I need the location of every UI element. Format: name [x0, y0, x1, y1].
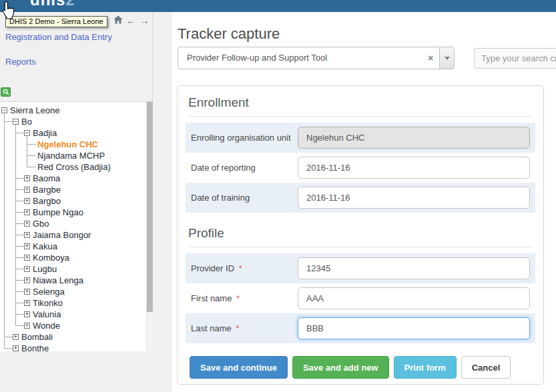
- tree-item: Red Cross (Badjia): [0, 161, 146, 173]
- section-title: Enrollment: [188, 95, 533, 110]
- logo-tooltip: DHIS 2 Demo - Sierra Leone: [5, 16, 107, 27]
- org-unit-search-button[interactable]: [1, 87, 11, 97]
- chevron-down-icon: [445, 57, 450, 60]
- date-of-training-input[interactable]: [298, 187, 530, 209]
- tree-item: +Tikonko: [0, 297, 146, 309]
- org-unit-bo[interactable]: Bo: [21, 117, 32, 127]
- expand-icon[interactable]: +: [24, 198, 30, 204]
- section-divider: [188, 247, 533, 247]
- expand-icon[interactable]: +: [24, 300, 30, 306]
- provider-id-input[interactable]: [298, 257, 530, 279]
- expand-icon[interactable]: +: [24, 232, 30, 238]
- expand-icon[interactable]: +: [24, 209, 30, 215]
- cancel-button[interactable]: Cancel: [461, 356, 511, 379]
- expand-icon[interactable]: +: [24, 187, 30, 193]
- expand-icon[interactable]: +: [24, 175, 30, 181]
- org-unit-selenga[interactable]: Selenga: [33, 287, 65, 297]
- expand-icon[interactable]: +: [24, 277, 30, 283]
- program-select: Provider Follow-up and Support Tool ×: [178, 47, 455, 69]
- required-asterisk: *: [236, 263, 242, 273]
- sidebar-link-reports[interactable]: Reports: [5, 57, 112, 67]
- expand-icon[interactable]: +: [24, 266, 30, 272]
- mouse-cursor-hand: [1, 1, 16, 23]
- expand-icon[interactable]: +: [24, 221, 30, 227]
- tree-connector: [27, 167, 36, 167]
- last-name-input[interactable]: [298, 317, 530, 339]
- expand-icon[interactable]: +: [13, 345, 19, 351]
- field-label: Provider ID *: [191, 263, 298, 273]
- form-row: Last name *: [186, 313, 535, 343]
- org-unit-bombali[interactable]: Bombali: [21, 332, 53, 342]
- tree-item: +Selenga: [0, 286, 146, 297]
- tree-item: Njandama MCHP: [0, 150, 146, 161]
- org-unit-bargbe[interactable]: Bargbe: [33, 185, 61, 195]
- expand-icon[interactable]: +: [24, 289, 30, 295]
- collapse-icon[interactable]: −: [1, 107, 7, 113]
- field-label: Last name *: [191, 323, 298, 333]
- tree-connector: [27, 144, 36, 145]
- org-unit-ngelehun-chc[interactable]: Ngelehun CHC: [37, 139, 98, 149]
- program-select-value[interactable]: Provider Follow-up and Support Tool: [178, 47, 422, 69]
- org-unit-sierra-leone[interactable]: Sierra Leone: [10, 105, 59, 115]
- dhis2-logo[interactable]: dhis2: [30, 0, 90, 12]
- tree-item: −Bo: [0, 116, 146, 127]
- form-row: Provider ID *: [186, 253, 535, 283]
- form-row: Date of training: [186, 183, 535, 213]
- tree-item: +Jaiama Bongor: [0, 229, 146, 241]
- form-row: Enrolling organisation unit: [186, 123, 535, 153]
- org-unit-baoma[interactable]: Baoma: [33, 173, 60, 183]
- forward-icon[interactable]: →: [140, 16, 150, 25]
- expand-icon[interactable]: +: [24, 243, 30, 249]
- org-unit-njandama-mchp[interactable]: Njandama MCHP: [37, 151, 105, 161]
- section-title: Profile: [188, 226, 533, 241]
- org-unit-bumpe-ngao[interactable]: Bumpe Ngao: [33, 207, 83, 217]
- tree-item: Ngelehun CHC: [0, 139, 146, 150]
- org-unit-valunia[interactable]: Valunia: [33, 309, 61, 319]
- expand-icon[interactable]: +: [24, 311, 30, 317]
- tree-item: +Bargbe: [0, 184, 146, 195]
- expand-icon[interactable]: +: [13, 334, 19, 340]
- tree-item: +Bonthe: [0, 343, 146, 351]
- print-form-button[interactable]: Print form: [394, 356, 457, 379]
- expand-icon[interactable]: +: [24, 323, 30, 329]
- org-unit-gbo[interactable]: Gbo: [33, 219, 49, 229]
- org-unit-wonde[interactable]: Wonde: [33, 321, 60, 331]
- sidebar: ← → Registration and Data EntryReports −…: [0, 12, 172, 392]
- clear-selection-icon[interactable]: ×: [422, 47, 439, 69]
- org-unit-kakua[interactable]: Kakua: [33, 241, 57, 251]
- collapse-icon[interactable]: −: [13, 119, 19, 125]
- form-row: Date of reporting: [186, 153, 535, 183]
- tree-item: +Niawa Lenga: [0, 275, 146, 286]
- org-unit-lugbu[interactable]: Lugbu: [33, 264, 57, 274]
- date-of-reporting-input[interactable]: [298, 157, 530, 179]
- org-unit-red-cross-badjia[interactable]: Red Cross (Badjia): [37, 162, 111, 172]
- save-and-continue-button[interactable]: Save and continue: [190, 356, 288, 379]
- org-unit-tikonko[interactable]: Tikonko: [33, 298, 63, 308]
- tree-scrollbar-thumb[interactable]: [147, 102, 153, 312]
- org-unit-komboya[interactable]: Komboya: [33, 253, 69, 263]
- program-select-dropdown-button[interactable]: [439, 47, 454, 69]
- sidebar-link-registration-and-data-entry[interactable]: Registration and Data Entry: [5, 32, 112, 42]
- org-unit-niawa-lenga[interactable]: Niawa Lenga: [33, 275, 83, 285]
- tree-item: +Baoma: [0, 173, 146, 184]
- enrollment-form: EnrollmentEnrolling organisation unitDat…: [186, 95, 535, 343]
- tree-item: +Kakua: [0, 241, 146, 252]
- org-unit-bargbo[interactable]: Bargbo: [33, 196, 61, 206]
- org-unit-bonthe[interactable]: Bonthe: [21, 343, 49, 351]
- org-unit-jaiama-bongor[interactable]: Jaiama Bongor: [33, 230, 91, 240]
- search-input[interactable]: [474, 48, 556, 69]
- field-label: First name *: [191, 293, 298, 303]
- search-icon: [3, 89, 9, 95]
- first-name-input[interactable]: [298, 287, 530, 309]
- home-icon[interactable]: [113, 15, 123, 25]
- save-and-add-new-button[interactable]: Save and add new: [292, 356, 389, 379]
- collapse-icon[interactable]: −: [24, 130, 30, 136]
- back-icon[interactable]: ←: [126, 16, 136, 25]
- sidebar-links: Registration and Data EntryReports: [5, 32, 112, 81]
- tree-scrollbar[interactable]: [146, 102, 153, 351]
- org-unit-tree-items: −Sierra Leone−Bo−BadjiaNgelehun CHCNjand…: [0, 105, 146, 351]
- expand-icon[interactable]: +: [24, 255, 30, 261]
- nav-icons: ← →: [113, 15, 150, 25]
- org-unit-badjia[interactable]: Badjia: [33, 128, 57, 138]
- tree-item: −Badjia: [0, 127, 146, 139]
